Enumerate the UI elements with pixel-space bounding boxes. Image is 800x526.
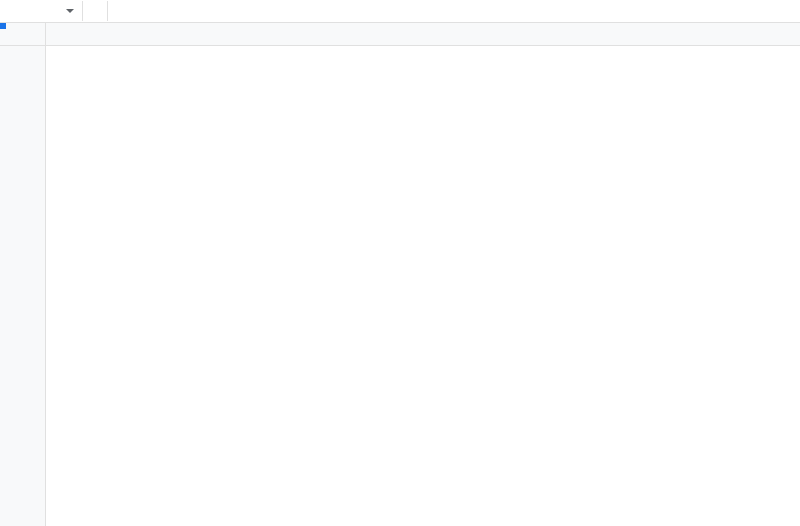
- spreadsheet-grid[interactable]: [0, 23, 800, 526]
- select-all-corner[interactable]: [0, 23, 46, 46]
- name-box[interactable]: [6, 1, 82, 21]
- selection-fill-handle[interactable]: [0, 23, 6, 29]
- formula-input[interactable]: [108, 1, 800, 21]
- formula-bar: [0, 0, 800, 23]
- column-headers: [46, 23, 800, 46]
- divider: [82, 1, 83, 21]
- row-headers: [0, 46, 46, 526]
- cells-area[interactable]: [46, 46, 800, 526]
- chevron-down-icon[interactable]: [66, 9, 74, 13]
